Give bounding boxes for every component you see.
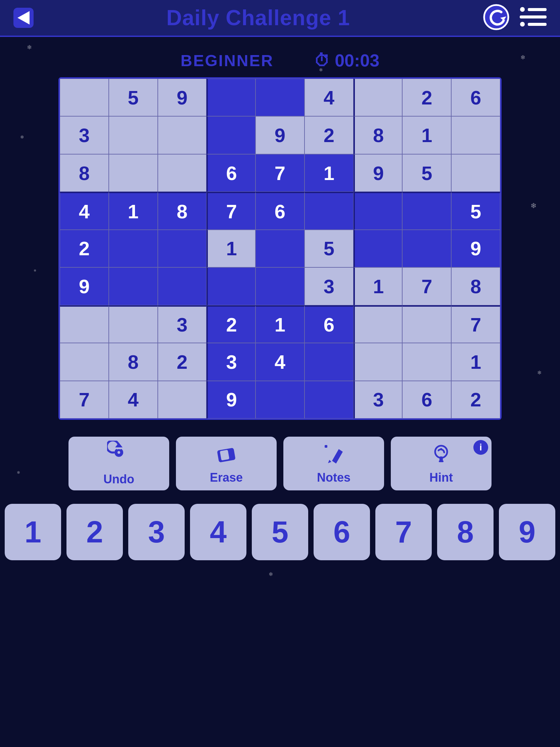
- sudoku-cell[interactable]: 9: [451, 230, 500, 267]
- sudoku-cell[interactable]: 1: [256, 305, 304, 343]
- sudoku-cell[interactable]: [304, 381, 353, 418]
- sudoku-grid[interactable]: 5942639281867195418765215993178321678234…: [58, 77, 502, 420]
- numpad-button-4[interactable]: 4: [190, 504, 246, 560]
- sudoku-cell[interactable]: 8: [60, 154, 109, 192]
- numpad-button-9[interactable]: 9: [499, 504, 555, 560]
- sudoku-cell[interactable]: 2: [207, 305, 256, 343]
- sudoku-cell[interactable]: [60, 343, 109, 381]
- sudoku-cell[interactable]: 5: [451, 192, 500, 229]
- sudoku-cell[interactable]: 7: [256, 154, 304, 192]
- refresh-button[interactable]: [483, 4, 510, 32]
- sudoku-cell[interactable]: 4: [256, 343, 304, 381]
- sudoku-cell[interactable]: 3: [158, 305, 207, 343]
- sudoku-cell[interactable]: 1: [451, 343, 500, 381]
- sudoku-cell[interactable]: 8: [109, 343, 158, 381]
- sudoku-cell[interactable]: [402, 305, 451, 343]
- sudoku-cell[interactable]: [353, 79, 403, 116]
- sudoku-cell[interactable]: [158, 116, 207, 154]
- sudoku-cell[interactable]: [158, 381, 207, 418]
- sudoku-cell[interactable]: [256, 230, 304, 267]
- sudoku-cell[interactable]: [109, 267, 158, 305]
- sudoku-cell[interactable]: [256, 381, 304, 418]
- sudoku-cell[interactable]: [451, 116, 500, 154]
- sudoku-cell[interactable]: [60, 305, 109, 343]
- sudoku-cell[interactable]: [353, 230, 403, 267]
- sudoku-cell[interactable]: 3: [353, 381, 403, 418]
- sudoku-cell[interactable]: 9: [353, 154, 403, 192]
- sudoku-cell[interactable]: 4: [109, 381, 158, 418]
- sudoku-cell[interactable]: 8: [451, 267, 500, 305]
- sudoku-cell[interactable]: [402, 192, 451, 229]
- sudoku-cell[interactable]: [207, 267, 256, 305]
- sudoku-cell[interactable]: 7: [207, 192, 256, 229]
- undo-button[interactable]: Undo: [69, 437, 169, 490]
- numpad-button-8[interactable]: 8: [437, 504, 494, 560]
- numpad-button-3[interactable]: 3: [128, 504, 185, 560]
- sudoku-cell[interactable]: 9: [60, 267, 109, 305]
- sudoku-cell[interactable]: [353, 192, 403, 229]
- sudoku-cell[interactable]: 3: [304, 267, 353, 305]
- sudoku-cell[interactable]: 6: [304, 305, 353, 343]
- sudoku-cell[interactable]: 1: [207, 230, 256, 267]
- sudoku-cell[interactable]: [109, 116, 158, 154]
- sudoku-cell[interactable]: [402, 343, 451, 381]
- timer-icon: ⏱: [314, 51, 330, 70]
- sudoku-cell[interactable]: 7: [451, 305, 500, 343]
- sudoku-cell[interactable]: 6: [207, 154, 256, 192]
- numpad-button-7[interactable]: 7: [375, 504, 432, 560]
- sudoku-cell[interactable]: [158, 154, 207, 192]
- sudoku-cell[interactable]: [158, 230, 207, 267]
- sudoku-cell[interactable]: 1: [304, 154, 353, 192]
- sudoku-cell[interactable]: 8: [158, 192, 207, 229]
- sudoku-cell[interactable]: [304, 343, 353, 381]
- sudoku-cell[interactable]: 9: [158, 79, 207, 116]
- hint-button[interactable]: i Hint: [391, 437, 491, 490]
- sudoku-cell[interactable]: 3: [207, 343, 256, 381]
- sudoku-cell[interactable]: [109, 154, 158, 192]
- sudoku-cell[interactable]: 9: [207, 381, 256, 418]
- sudoku-cell[interactable]: [353, 305, 403, 343]
- sudoku-cell[interactable]: [60, 79, 109, 116]
- numpad-button-1[interactable]: 1: [5, 504, 61, 560]
- sudoku-cell[interactable]: 1: [109, 192, 158, 229]
- sudoku-cell[interactable]: [353, 343, 403, 381]
- notes-button[interactable]: Notes: [283, 437, 384, 490]
- sudoku-cell[interactable]: 6: [256, 192, 304, 229]
- numpad-button-5[interactable]: 5: [252, 504, 308, 560]
- sudoku-cell[interactable]: [451, 154, 500, 192]
- sudoku-cell[interactable]: [207, 116, 256, 154]
- sudoku-cell[interactable]: 9: [256, 116, 304, 154]
- sudoku-cell[interactable]: [109, 305, 158, 343]
- sudoku-cell[interactable]: 2: [158, 343, 207, 381]
- notes-icon: [322, 442, 345, 467]
- sudoku-cell[interactable]: 4: [60, 192, 109, 229]
- sudoku-cell[interactable]: 1: [353, 267, 403, 305]
- back-button[interactable]: [14, 8, 33, 28]
- sudoku-cell[interactable]: 2: [402, 79, 451, 116]
- sudoku-cell[interactable]: 2: [304, 116, 353, 154]
- sudoku-cell[interactable]: 4: [304, 79, 353, 116]
- sudoku-cell[interactable]: [256, 79, 304, 116]
- sudoku-cell[interactable]: 3: [60, 116, 109, 154]
- sudoku-cell[interactable]: 7: [60, 381, 109, 418]
- menu-button[interactable]: [520, 5, 546, 30]
- sudoku-cell[interactable]: 6: [402, 381, 451, 418]
- sudoku-cell[interactable]: [109, 230, 158, 267]
- erase-button[interactable]: Erase: [176, 437, 277, 490]
- sudoku-cell[interactable]: [256, 267, 304, 305]
- sudoku-cell[interactable]: 2: [451, 381, 500, 418]
- sudoku-cell[interactable]: 2: [60, 230, 109, 267]
- sudoku-cell[interactable]: [207, 79, 256, 116]
- numpad-button-2[interactable]: 2: [66, 504, 123, 560]
- sudoku-cell[interactable]: 6: [451, 79, 500, 116]
- sudoku-cell[interactable]: [158, 267, 207, 305]
- numpad-button-6[interactable]: 6: [314, 504, 370, 560]
- sudoku-cell[interactable]: [402, 230, 451, 267]
- sudoku-cell[interactable]: [304, 192, 353, 229]
- sudoku-cell[interactable]: 1: [402, 116, 451, 154]
- sudoku-cell[interactable]: 5: [402, 154, 451, 192]
- sudoku-cell[interactable]: 8: [353, 116, 403, 154]
- sudoku-cell[interactable]: 5: [304, 230, 353, 267]
- sudoku-cell[interactable]: 5: [109, 79, 158, 116]
- sudoku-cell[interactable]: 7: [402, 267, 451, 305]
